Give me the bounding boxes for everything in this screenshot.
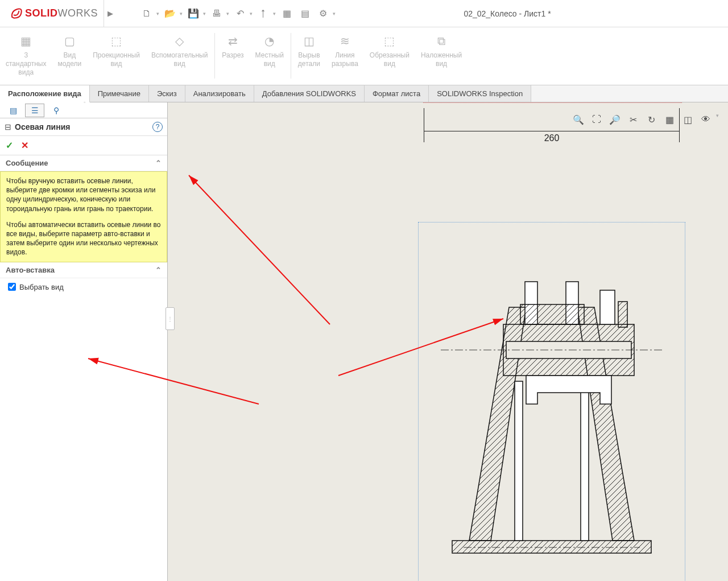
chevron-up-icon: ⌃ (155, 159, 162, 167)
fm-tab-config[interactable]: ⚲ (47, 104, 66, 117)
help-icon[interactable]: ? (152, 122, 163, 132)
ribbon-alternate-pos[interactable]: ⧉Наложенный вид (415, 31, 468, 71)
zoom-area-icon[interactable]: ⛶ (590, 113, 603, 126)
svg-line-12 (189, 175, 330, 324)
select-view-row: Выбрать вид (0, 278, 167, 296)
ribbon-broken-out[interactable]: ◫Вырыв детали (292, 31, 326, 71)
property-title: Осевая линия (15, 122, 152, 131)
tab-addins[interactable]: Добавления SOLIDWORKS (254, 85, 365, 102)
title-bar: SOLIDWORKS ▶ 🗋▾ 📂▾ 💾▾ 🖶▾ ↶▾ ⭡▾ ▦ ▤ ⚙▾ 02… (0, 0, 728, 27)
tab-view-layout[interactable]: Расположение вида (0, 85, 90, 102)
zoom-prev-icon[interactable]: 🔎 (608, 113, 622, 126)
svg-rect-9 (618, 302, 627, 327)
heads-up-toolbar: 🔍 ⛶ 🔎 ✂ ↻ ▦ ◫ 👁▾ (568, 110, 722, 129)
chevron-up-icon: ⌃ (155, 266, 162, 274)
ok-button[interactable]: ✓ (6, 140, 13, 151)
ok-cancel-row: ✓ ✕ (0, 136, 167, 155)
undo-icon[interactable]: ↶ (233, 6, 247, 21)
ribbon-crop-view[interactable]: ⬚Обрезанный вид (364, 31, 415, 71)
select-icon[interactable]: ⭡ (256, 6, 271, 21)
ribbon-3-std-views[interactable]: ▦3 стандартных вида (0, 31, 52, 79)
fm-tab-property[interactable]: ☰ (25, 104, 44, 117)
message-paragraph-2: Чтобы автоматически вставить осевые лини… (6, 220, 161, 257)
ribbon: ▦3 стандартных вида ▢Вид модели ⬚Проекци… (0, 27, 728, 85)
select-view-label[interactable]: Выбрать вид (19, 283, 64, 291)
ribbon-auxiliary-view[interactable]: ◇Вспомогательный вид (146, 31, 213, 71)
appearance-icon[interactable]: 👁 (699, 113, 713, 126)
ribbon-section-view[interactable]: ⇄Разрез (216, 31, 249, 62)
message-paragraph-1: Чтобы вручную вставить осевые линии, выб… (6, 176, 161, 213)
select-view-checkbox[interactable] (8, 283, 16, 291)
logo-thin: WORKS (58, 7, 98, 19)
dimension-value: 260 (424, 133, 680, 143)
settings-icon[interactable]: ⚙ (316, 6, 330, 21)
tab-sheet-format[interactable]: Формат листа (365, 85, 429, 102)
app-logo: SOLIDWORKS (3, 0, 104, 27)
svg-rect-1 (515, 381, 523, 541)
section-tool-icon[interactable]: ✂ (626, 113, 640, 126)
ribbon-break-line[interactable]: ≋Линия разрыва (326, 31, 364, 71)
rotate-icon[interactable]: ↻ (644, 113, 658, 126)
logo-bold: SOLID (25, 7, 58, 19)
message-box: Чтобы вручную вставить осевые линии, выб… (0, 171, 167, 262)
quick-access-toolbar: 🗋▾ 📂▾ 💾▾ 🖶▾ ↶▾ ⭡▾ ▦ ▤ ⚙▾ (139, 6, 336, 21)
svg-rect-7 (520, 304, 584, 324)
fm-tab-tree[interactable]: ▤ (3, 104, 23, 117)
new-doc-icon[interactable]: 🗋 (139, 6, 154, 21)
cancel-button[interactable]: ✕ (21, 140, 28, 151)
save-icon[interactable]: 💾 (186, 6, 201, 21)
hide-show-icon[interactable]: ◫ (681, 113, 694, 126)
svg-rect-0 (452, 541, 651, 553)
tab-sketch[interactable]: Эскиз (149, 85, 185, 102)
feature-manager-tabs: ◦ ▤ ☰ ⚲ (0, 102, 167, 118)
expand-menu-icon[interactable]: ▶ (104, 9, 117, 18)
zoom-fit-icon[interactable]: 🔍 (572, 113, 585, 126)
rebuild-icon[interactable]: ▦ (279, 6, 294, 21)
ribbon-detail-view[interactable]: ◔Местный вид (250, 31, 289, 71)
svg-rect-2 (581, 381, 589, 541)
tab-inspection[interactable]: SOLIDWORKS Inspection (429, 85, 531, 102)
svg-rect-8 (600, 290, 615, 324)
options2-icon[interactable]: ▤ (297, 6, 312, 21)
property-header: ⊟ Осевая линия ? (0, 118, 167, 136)
drawing-canvas[interactable]: ⋮ 260 🔍 ⛶ 🔎 ✂ ↻ ▦ ◫ 👁▾ (168, 102, 728, 581)
centerline-icon: ⊟ (5, 122, 15, 131)
open-icon[interactable]: 📂 (163, 6, 177, 21)
command-tabs: Расположение вида Примечание Эскиз Анали… (0, 85, 728, 102)
panel-drag-handle[interactable]: ⋮ (166, 307, 175, 330)
tab-annotation[interactable]: Примечание (90, 85, 149, 102)
ribbon-projected-view[interactable]: ⬚Проекционный вид (87, 31, 146, 71)
message-section-header[interactable]: Сообщение⌃ (0, 155, 167, 171)
ribbon-model-view[interactable]: ▢Вид модели (52, 31, 88, 71)
auto-insert-section-header[interactable]: Авто-вставка⌃ (0, 262, 167, 278)
tab-evaluate[interactable]: Анализировать (185, 85, 254, 102)
print-icon[interactable]: 🖶 (209, 6, 224, 21)
drawing-view-content (429, 250, 674, 569)
document-title: 02_02_Колесо - Лист1 * (336, 9, 725, 18)
property-manager-panel: ◦ ▤ ☰ ⚲ ⊟ Осевая линия ? ✓ ✕ Сообщение⌃ … (0, 102, 168, 581)
display-style-icon[interactable]: ▦ (663, 113, 676, 126)
